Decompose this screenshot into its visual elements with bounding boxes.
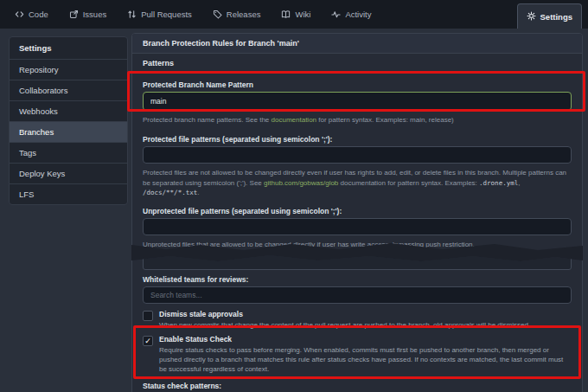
nav-tab-label: Issues — [83, 10, 106, 19]
protected-branch-name-input[interactable] — [143, 92, 572, 111]
pull-request-icon — [127, 10, 137, 19]
help-text: . — [197, 189, 199, 196]
status-check-patterns-label: Status check patterns: — [143, 382, 572, 390]
help-text: , — [518, 179, 520, 187]
protected-file-patterns-help: Protected files are not allowed to be ch… — [143, 168, 572, 198]
branch-protection-settings-page: Code Issues Pull Requests Releases Wiki … — [0, 0, 588, 392]
unprotected-file-patterns-label: Unprotected file patterns (separated usi… — [143, 207, 572, 215]
patterns-fields: Protected Branch Name Pattern Protected … — [132, 74, 582, 249]
settings-sidebar: Settings Repository Collaborators Webhoo… — [9, 36, 128, 205]
nav-tab-activity[interactable]: Activity — [331, 10, 371, 19]
book-icon — [281, 10, 291, 19]
patterns-section-header: Patterns — [132, 54, 582, 74]
tag-icon — [213, 10, 222, 19]
whitelisted-teams-label: Whitelisted teams for reviews: — [143, 275, 572, 284]
settings-tab-label: Settings — [540, 12, 572, 22]
help-text: for pattern syntax. Examples: main, rele… — [316, 116, 454, 124]
enable-status-check-text: Enable Status Check Require status check… — [159, 335, 572, 374]
issues-icon — [69, 10, 79, 19]
nav-tab-pull-requests[interactable]: Pull Requests — [127, 10, 192, 19]
pulse-icon — [331, 10, 341, 19]
protected-branch-name-field: Protected Branch Name Pattern Protected … — [143, 80, 572, 125]
enable-status-check-row: ✓ Enable Status Check Require status che… — [143, 335, 572, 374]
dismiss-stale-approvals-checkbox[interactable] — [143, 311, 153, 321]
enable-status-check-checkbox[interactable]: ✓ — [143, 336, 153, 346]
sidebar-header-settings: Settings — [9, 36, 128, 60]
sidebar-item-branches[interactable]: Branches — [9, 121, 128, 143]
help-text: documentation for pattern syntax. Exampl… — [338, 179, 479, 187]
dismiss-stale-approvals-label: Dismiss stale approvals — [159, 310, 572, 318]
sidebar-item-webhooks[interactable]: Webhooks — [9, 100, 128, 122]
page-title: Branch Protection Rules for Branch 'main… — [132, 34, 582, 54]
nav-tab-wiki[interactable]: Wiki — [281, 10, 310, 19]
enable-status-check-label: Enable Status Check — [159, 335, 572, 344]
nav-tab-releases[interactable]: Releases — [213, 10, 261, 19]
unprotected-file-patterns-input[interactable] — [143, 218, 572, 235]
search-teams-input[interactable] — [143, 286, 572, 304]
nav-tab-code[interactable]: Code — [15, 10, 48, 19]
code-icon — [15, 10, 24, 19]
nav-tab-label: Pull Requests — [141, 10, 192, 19]
repo-navbar: Code Issues Pull Requests Releases Wiki … — [0, 0, 588, 29]
nav-tab-label: Activity — [345, 10, 371, 19]
sidebar-item-repository[interactable]: Repository — [9, 59, 128, 80]
help-text: Protected branch name patterns. See the — [143, 116, 272, 124]
checkmark: ✓ — [144, 337, 151, 345]
code-example: /docs/**/*.txt — [143, 189, 197, 196]
nav-tab-label: Releases — [227, 10, 261, 19]
sidebar-item-deploy-keys[interactable]: Deploy Keys — [9, 163, 128, 184]
sidebar-item-tags[interactable]: Tags — [9, 142, 128, 164]
whitelisted-teams-field — [143, 286, 572, 304]
nav-tab-issues[interactable]: Issues — [69, 10, 106, 19]
unprotected-file-patterns-field: Unprotected file patterns (separated usi… — [143, 207, 572, 249]
code-example: .drone.yml — [479, 179, 518, 187]
gobwas-glob-link[interactable]: github.com/gobwas/glob — [264, 179, 338, 187]
sidebar-item-collaborators[interactable]: Collaborators — [9, 80, 128, 101]
sidebar-item-lfs[interactable]: LFS — [9, 183, 128, 205]
enable-status-check-desc: Require status checks to pass before mer… — [159, 345, 572, 374]
nav-tab-label: Wiki — [295, 10, 310, 19]
dismiss-stale-approvals-desc: When new commits that change the content… — [159, 320, 572, 330]
protected-branch-name-help: Protected branch name patterns. See the … — [143, 115, 572, 125]
nav-tab-label: Code — [29, 10, 48, 19]
gear-icon — [527, 11, 536, 22]
protected-file-patterns-label: Protected file patterns (separated using… — [143, 135, 572, 144]
branch-protection-panel-upper: Branch Protection Rules for Branch 'main… — [131, 33, 583, 256]
protected-branch-name-label: Protected Branch Name Pattern — [143, 80, 572, 89]
nav-tab-settings[interactable]: Settings — [517, 3, 582, 29]
protected-file-patterns-input[interactable] — [143, 146, 572, 164]
protected-file-patterns-field: Protected file patterns (separated using… — [143, 135, 572, 198]
dismiss-stale-approvals-row: Dismiss stale approvals When new commits… — [143, 310, 572, 330]
branch-protection-panel-lower: Whitelisted teams for reviews: Dismiss s… — [131, 249, 583, 392]
dismiss-stale-approvals-text: Dismiss stale approvals When new commits… — [159, 310, 572, 330]
documentation-link[interactable]: documentation — [272, 116, 316, 124]
